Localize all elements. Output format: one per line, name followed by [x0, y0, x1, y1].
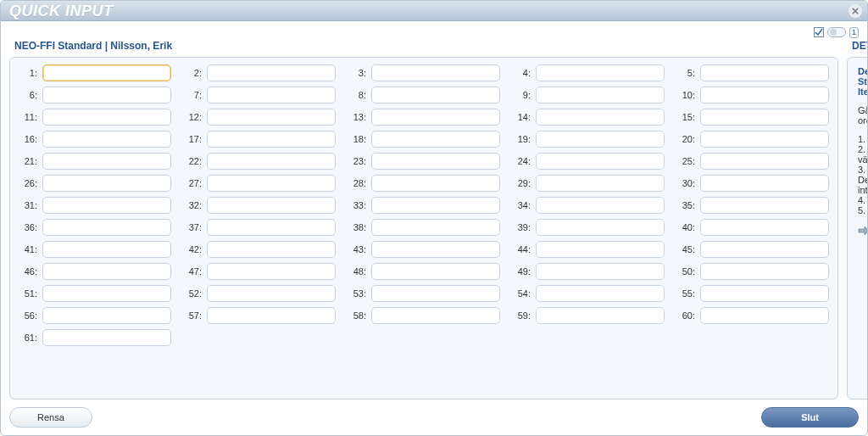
- item-label: 53:: [348, 288, 366, 299]
- item-input-5[interactable]: [700, 64, 829, 81]
- item-input-52[interactable]: [207, 285, 336, 302]
- item-input-49[interactable]: [536, 263, 665, 280]
- item-input-45[interactable]: [700, 241, 829, 258]
- toggle-switch[interactable]: [827, 27, 846, 37]
- item-label: 4:: [512, 68, 531, 78]
- item-input-20[interactable]: [700, 131, 829, 148]
- item-cell: 45:: [676, 241, 829, 258]
- item-input-55[interactable]: [700, 285, 829, 302]
- item-cell: 7:: [183, 87, 336, 103]
- item-cell: 23:: [348, 153, 500, 170]
- item-input-24[interactable]: [536, 153, 665, 170]
- item-input-8[interactable]: [371, 87, 500, 103]
- item-input-25[interactable]: [700, 153, 829, 170]
- item-cell: 36:: [19, 219, 171, 236]
- item-input-13[interactable]: [371, 109, 500, 126]
- item-input-18[interactable]: [371, 131, 500, 148]
- item-input-9[interactable]: [536, 87, 665, 103]
- item-label: 38:: [348, 222, 366, 232]
- titlebar: QUICK INPUT: [1, 1, 867, 21]
- details-panel: Deltest Standard, Item 1: Går inte och o…: [847, 57, 868, 400]
- item-input-59[interactable]: [536, 307, 665, 324]
- item-input-40[interactable]: [700, 219, 829, 236]
- item-input-34[interactable]: [536, 197, 665, 214]
- item-cell: 30:: [676, 175, 829, 192]
- item-input-44[interactable]: [536, 241, 665, 258]
- item-input-17[interactable]: [207, 131, 336, 148]
- item-input-14[interactable]: [536, 109, 665, 126]
- item-input-28[interactable]: [371, 175, 500, 192]
- item-input-7[interactable]: [207, 87, 336, 103]
- item-label: 31:: [19, 200, 37, 210]
- item-input-54[interactable]: [536, 285, 665, 302]
- item-input-16[interactable]: [42, 131, 171, 148]
- item-label: 44:: [512, 244, 531, 254]
- item-input-15[interactable]: [700, 109, 829, 126]
- item-input-38[interactable]: [371, 219, 500, 236]
- item-cell: 58:: [348, 307, 500, 324]
- item-input-4[interactable]: [536, 64, 665, 81]
- item-input-29[interactable]: [536, 175, 665, 192]
- item-input-22[interactable]: [207, 153, 336, 170]
- item-input-48[interactable]: [371, 263, 500, 280]
- checkbox-icon[interactable]: [814, 27, 824, 37]
- item-input-30[interactable]: [700, 175, 829, 192]
- item-cell: 11:: [19, 109, 171, 126]
- item-input-53[interactable]: [371, 285, 500, 302]
- item-label: 41:: [19, 244, 37, 254]
- item-cell: 19:: [512, 131, 665, 148]
- item-label: 34:: [512, 200, 531, 210]
- item-input-43[interactable]: [371, 241, 500, 258]
- item-cell: 54:: [512, 285, 665, 302]
- item-label: 28:: [348, 178, 366, 188]
- item-input-47[interactable]: [207, 263, 336, 280]
- item-label: 19:: [512, 134, 531, 144]
- item-input-21[interactable]: [42, 153, 171, 170]
- item-input-11[interactable]: [42, 109, 171, 126]
- item-input-3[interactable]: [371, 64, 500, 81]
- close-button[interactable]: [849, 4, 862, 18]
- item-input-60[interactable]: [700, 307, 829, 324]
- item-input-26[interactable]: [42, 175, 171, 192]
- item-label: 55:: [676, 288, 695, 299]
- item-label: 43:: [348, 244, 366, 254]
- item-input-58[interactable]: [371, 307, 500, 324]
- item-input-36[interactable]: [42, 219, 171, 236]
- item-cell: 13:: [348, 109, 500, 126]
- quick-input-window: QUICK INPUT 1 NEO-FFI Standard | Nilsson…: [0, 0, 868, 436]
- item-input-27[interactable]: [207, 175, 336, 192]
- item-input-61[interactable]: [42, 329, 171, 346]
- item-input-32[interactable]: [207, 197, 336, 214]
- item-input-50[interactable]: [700, 263, 829, 280]
- details-prompt: Går inte och oroar sig: [858, 105, 868, 126]
- item-input-51[interactable]: [42, 285, 171, 302]
- item-input-10[interactable]: [700, 87, 829, 103]
- item-cell: 20:: [676, 131, 829, 148]
- item-input-39[interactable]: [536, 219, 665, 236]
- item-input-19[interactable]: [536, 131, 665, 148]
- item-input-37[interactable]: [207, 219, 336, 236]
- item-input-23[interactable]: [371, 153, 500, 170]
- item-input-42[interactable]: [207, 241, 336, 258]
- item-input-1[interactable]: [42, 64, 171, 81]
- item-cell: 48:: [348, 263, 500, 280]
- item-input-2[interactable]: [207, 64, 336, 81]
- item-cell: 35:: [676, 197, 829, 214]
- item-cell: 41:: [19, 241, 171, 258]
- item-cell: 4:: [512, 64, 665, 81]
- item-input-41[interactable]: [42, 241, 171, 258]
- item-input-57[interactable]: [207, 307, 336, 324]
- item-input-56[interactable]: [42, 307, 171, 324]
- item-input-35[interactable]: [700, 197, 829, 214]
- item-cell: 1:: [19, 64, 171, 81]
- item-label: 58:: [348, 310, 366, 321]
- item-input-6[interactable]: [42, 87, 171, 103]
- details-item-title: Deltest Standard, Item 1:: [858, 66, 868, 97]
- item-label: 3:: [348, 68, 366, 78]
- item-input-12[interactable]: [207, 109, 336, 126]
- item-input-33[interactable]: [371, 197, 500, 214]
- clear-button[interactable]: Rensa: [9, 407, 92, 428]
- item-input-46[interactable]: [42, 263, 171, 280]
- end-button[interactable]: Slut: [761, 407, 859, 428]
- item-input-31[interactable]: [42, 197, 171, 214]
